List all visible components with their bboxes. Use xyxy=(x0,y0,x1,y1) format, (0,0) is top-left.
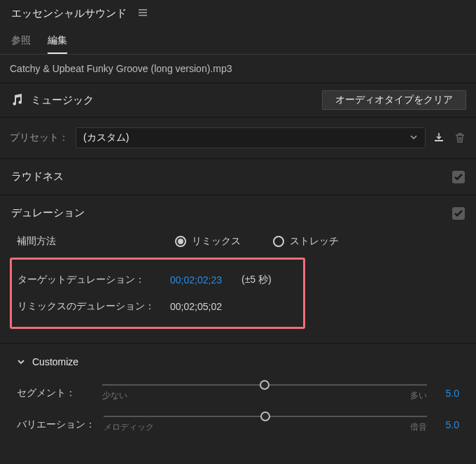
section-loudness-header[interactable]: ラウドネス xyxy=(0,159,476,195)
variation-slider[interactable] xyxy=(104,416,427,417)
radio-remix-label: リミックス xyxy=(192,235,241,248)
delete-preset-icon xyxy=(454,132,466,144)
radio-stretch-label: ストレッチ xyxy=(290,235,339,248)
panel-menu-icon[interactable] xyxy=(138,8,148,20)
clip-name: Catchy & Upbeat Funky Groove (long versi… xyxy=(0,55,476,83)
segments-slider-right: 多い xyxy=(410,390,427,402)
customize-toggle[interactable]: Customize xyxy=(17,349,459,374)
segments-slider-thumb[interactable] xyxy=(260,380,270,390)
segments-label: セグメント： xyxy=(17,387,94,400)
tab-edit[interactable]: 編集 xyxy=(48,34,67,54)
segments-slider[interactable] xyxy=(102,384,427,386)
interpolation-label: 補間方法 xyxy=(17,235,56,248)
variation-value[interactable]: 5.0 xyxy=(435,419,459,430)
radio-dot-icon xyxy=(175,236,186,247)
highlight-box: ターゲットデュレーション： 00;02;02;23 (±5 秒) リミックスのデ… xyxy=(10,258,305,329)
preset-value: (カスタム) xyxy=(83,132,129,144)
radio-remix[interactable]: リミックス xyxy=(175,235,241,248)
remix-duration-value: 00;02;05;02 xyxy=(170,301,222,312)
import-preset-icon[interactable] xyxy=(433,132,445,144)
section-duration-title: デュレーション xyxy=(11,206,85,220)
variation-slider-left: メロディック xyxy=(104,421,154,433)
music-icon xyxy=(10,93,24,107)
target-duration-suffix: (±5 秒) xyxy=(241,274,272,286)
clear-audio-type-button[interactable]: オーディオタイプをクリア xyxy=(322,90,466,110)
loudness-checkbox[interactable] xyxy=(452,171,465,183)
target-duration-value[interactable]: 00;02;02;23 xyxy=(170,274,222,286)
section-duration-header[interactable]: デュレーション xyxy=(0,195,476,231)
section-loudness-title: ラウドネス xyxy=(11,170,64,183)
panel-title: エッセンシャルサウンド xyxy=(11,7,127,20)
tab-browse[interactable]: 参照 xyxy=(11,34,31,54)
preset-label: プリセット： xyxy=(10,132,69,144)
target-duration-label: ターゲットデュレーション： xyxy=(18,274,164,286)
radio-dot-icon xyxy=(273,236,284,247)
chevron-down-icon xyxy=(410,132,418,143)
customize-title: Customize xyxy=(32,356,78,367)
remix-duration-label: リミックスのデュレーション： xyxy=(18,300,164,313)
segments-value[interactable]: 5.0 xyxy=(435,388,459,399)
variation-slider-right: 倍音 xyxy=(410,421,427,433)
variation-label: バリエーション： xyxy=(17,419,95,431)
variation-slider-thumb[interactable] xyxy=(260,412,270,421)
preset-select[interactable]: (カスタム) xyxy=(76,127,426,148)
audio-type-label: ミュージック xyxy=(31,94,94,107)
tab-bar: 参照 編集 xyxy=(0,26,476,55)
duration-checkbox[interactable] xyxy=(452,207,465,220)
chevron-down-icon xyxy=(17,358,25,366)
segments-slider-left: 少ない xyxy=(102,390,127,402)
radio-stretch[interactable]: ストレッチ xyxy=(273,235,339,248)
